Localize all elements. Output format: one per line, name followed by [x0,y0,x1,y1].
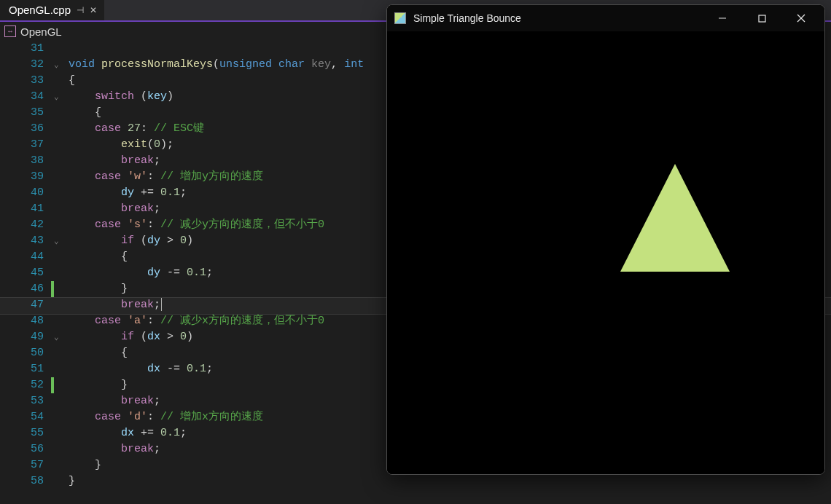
line-number: 45 [0,265,44,281]
line-number: 36 [0,121,44,137]
output-window-title: Simple Triangle Bounce [413,12,521,24]
fold-toggle [54,441,67,457]
line-number: 56 [0,441,44,457]
fold-toggle [54,457,67,473]
fold-toggle [54,473,67,489]
line-number: 54 [0,409,44,425]
fold-toggle [54,201,67,217]
fold-toggle [54,393,67,409]
line-number-gutter: 3132333435363738394041424344454647484950… [0,41,54,504]
line-number: 32 [0,57,44,73]
file-tab-active[interactable]: OpenGL.cpp ⊣ ✕ [0,0,104,20]
project-icon: ↔ [4,25,16,37]
fold-toggle [54,265,67,281]
fold-toggle [54,377,67,393]
fold-toggle [54,73,67,89]
line-number: 34 [0,89,44,105]
pin-icon[interactable]: ⊣ [77,5,84,15]
fold-toggle[interactable]: ⌄ [54,57,67,73]
line-number: 41 [0,201,44,217]
fold-toggle[interactable]: ⌄ [54,89,67,105]
line-number: 42 [0,217,44,233]
change-marker [51,281,54,297]
line-number: 58 [0,473,44,489]
fold-toggle [54,169,67,185]
close-button[interactable] [785,7,817,29]
maximize-button[interactable] [746,7,778,29]
fold-toggle [54,249,67,265]
fold-toggle [54,41,67,57]
fold-toggle [54,425,67,441]
maximize-icon [758,15,766,23]
breadcrumb-project[interactable]: OpenGL [20,25,62,38]
fold-toggle [54,345,67,361]
minimize-icon [718,14,727,23]
svg-rect-1 [759,15,765,22]
fold-gutter[interactable]: ⌄⌄⌄⌄ [54,41,67,504]
line-number: 48 [0,313,44,329]
file-tab-label: OpenGL.cpp [9,4,71,16]
output-window-titlebar[interactable]: Simple Triangle Bounce [387,5,824,31]
line-number: 40 [0,185,44,201]
line-number: 52 [0,377,44,393]
opengl-canvas [387,31,824,474]
line-number: 57 [0,457,44,473]
close-icon[interactable]: ✕ [90,5,97,15]
line-number: 44 [0,249,44,265]
fold-toggle [54,105,67,121]
line-number: 38 [0,153,44,169]
fold-toggle [54,313,67,329]
fold-toggle[interactable]: ⌄ [54,233,67,249]
line-number: 49 [0,329,44,345]
code-line[interactable]: } [69,473,831,489]
line-number: 37 [0,137,44,153]
change-marker [51,377,54,393]
line-number: 50 [0,345,44,361]
line-number: 43 [0,233,44,249]
fold-toggle [54,409,67,425]
line-number: 47 [0,297,44,313]
line-number: 46 [0,281,44,297]
text-caret [161,298,162,311]
fold-toggle [54,185,67,201]
line-number: 33 [0,73,44,89]
line-number: 31 [0,41,44,57]
fold-toggle [54,297,67,313]
fold-toggle [54,137,67,153]
line-number: 39 [0,169,44,185]
fold-toggle[interactable]: ⌄ [54,329,67,345]
fold-toggle [54,217,67,233]
line-number: 51 [0,361,44,377]
fold-toggle [54,281,67,297]
opengl-output-window[interactable]: Simple Triangle Bounce [386,4,825,475]
line-number: 55 [0,425,44,441]
line-number: 53 [0,393,44,409]
app-icon [394,12,406,24]
line-number: 35 [0,105,44,121]
fold-toggle [54,121,67,137]
fold-toggle [54,361,67,377]
minimize-button[interactable] [706,7,738,29]
fold-toggle [54,153,67,169]
triangle-shape [620,164,730,272]
close-icon [797,14,805,23]
